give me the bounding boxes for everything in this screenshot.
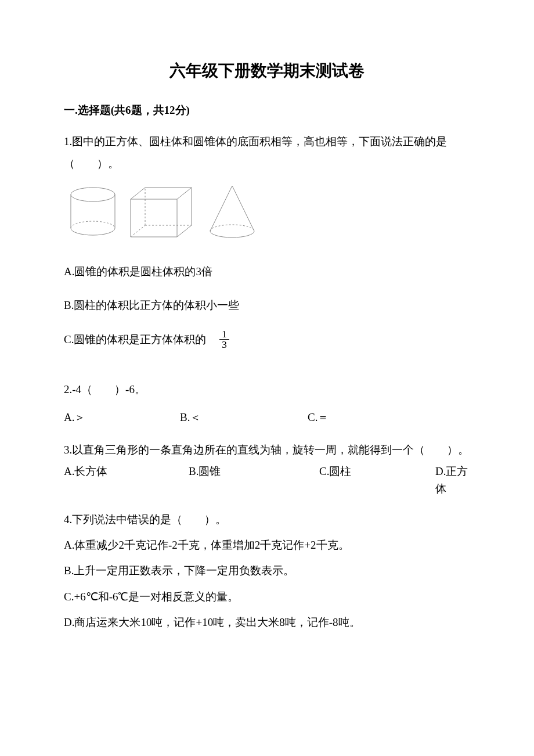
q1-option-c-text: C.圆锥的体积是正方体体积的 — [64, 333, 206, 345]
q3-options: A.长方体 B.圆锥 C.圆柱 D.正方体 — [64, 463, 470, 498]
q1-option-b: B.圆柱的体积比正方体的体积小一些 — [64, 297, 470, 314]
q4-option-a: A.体重减少2千克记作-2千克，体重增加2千克记作+2千克。 — [64, 537, 470, 554]
question-2: 2.-4（ ）-6。 A.＞ B.＜ C.＝ — [64, 379, 470, 429]
q1-text: 1.图中的正方体、圆柱体和圆锥体的底面积相等，高也相等，下面说法正确的是（ ）。 — [64, 135, 447, 170]
q3-option-a: A.长方体 — [64, 463, 189, 498]
q4-option-b: B.上升一定用正数表示，下降一定用负数表示。 — [64, 562, 470, 579]
q3-option-d: D.正方体 — [435, 463, 470, 498]
svg-point-0 — [71, 188, 115, 201]
q2-options: A.＞ B.＜ C.＝ — [64, 406, 470, 429]
question-4: 4.下列说法中错误的是（ ）。 — [64, 511, 470, 528]
page-title: 六年级下册数学期末测试卷 — [64, 58, 470, 84]
fraction-one-third: 1 3 — [219, 329, 229, 350]
section-header: 一.选择题(共6题，共12分) — [64, 102, 470, 119]
q1-shapes — [64, 183, 470, 246]
q3-option-c: C.圆柱 — [319, 463, 435, 498]
q3-option-b: B.圆锥 — [189, 463, 319, 498]
q1-option-c: C.圆锥的体积是正方体体积的 1 3 — [64, 330, 470, 351]
q4-option-d: D.商店运来大米10吨，记作+10吨，卖出大米8吨，记作-8吨。 — [64, 614, 470, 631]
q2-text: 2.-4（ ）-6。 — [64, 379, 470, 401]
fraction-denominator: 3 — [219, 340, 229, 350]
fraction-numerator: 1 — [219, 329, 229, 340]
q2-option-b: B.＜ — [180, 406, 308, 429]
q2-option-c: C.＝ — [308, 406, 424, 429]
q1-option-a: A.圆锥的体积是圆柱体积的3倍 — [64, 263, 470, 280]
q2-option-a: A.＞ — [64, 406, 180, 429]
question-1: 1.图中的正方体、圆柱体和圆锥体的底面积相等，高也相等，下面说法正确的是（ ）。 — [64, 131, 470, 175]
question-3: 3.以直角三角形的一条直角边所在的直线为轴，旋转一周，就能得到一个（ ）。 — [64, 441, 470, 459]
q4-option-c: C.+6℃和-6℃是一对相反意义的量。 — [64, 588, 470, 606]
